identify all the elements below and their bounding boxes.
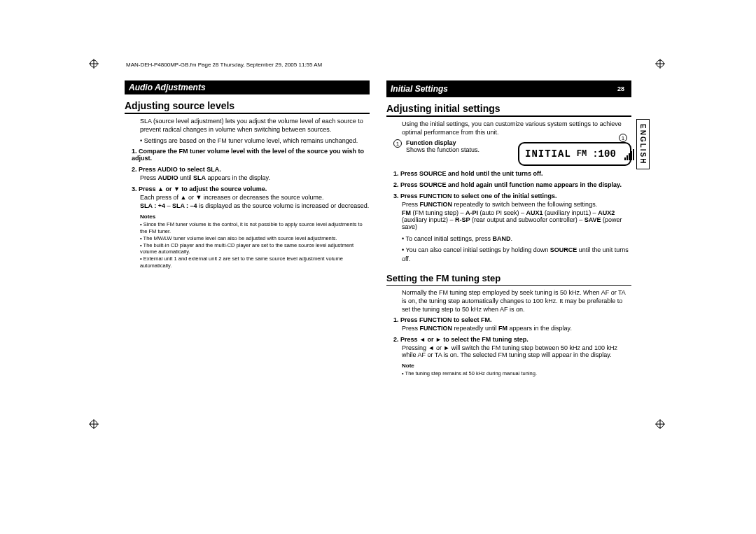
page-spread: MAN-DEH-P4800MP-GB.fm Page 28 Thursday, … xyxy=(0,0,756,534)
step-desc: Pressing ◄ or ► will switch the FM tunin… xyxy=(402,344,631,358)
sub2-intro: Normally the FM tuning step employed by … xyxy=(402,288,631,314)
crop-mark-icon xyxy=(89,419,99,429)
crop-mark-icon xyxy=(655,59,665,69)
step-desc: Press FUNCTION repeatedly until FM appea… xyxy=(402,325,631,332)
left-bullet: Settings are based on the FM tuner volum… xyxy=(140,136,370,145)
crop-mark-icon xyxy=(655,419,665,429)
right-bullet: To cancel initial settings, press BAND. xyxy=(402,234,631,243)
step-desc: SLA : +4 – SLA : –4 is displayed as the … xyxy=(140,202,370,209)
step-desc: Each press of ▲ or ▼ increases or decrea… xyxy=(140,194,370,201)
note-list: The tuning step remains at 50 kHz during… xyxy=(402,370,631,377)
section-bar-left: Audio Adjustments xyxy=(125,80,370,94)
note-item: Since the FM tuner volume is the control… xyxy=(140,221,370,235)
step-head: 2. Press AUDIO to select SLA. xyxy=(132,166,370,173)
function-label: Function display xyxy=(406,139,456,146)
note-item: External unit 1 and external unit 2 are … xyxy=(140,255,370,269)
step-desc: Press FUNCTION repeatedly to switch betw… xyxy=(402,201,631,208)
lcd-text-value: :100 xyxy=(592,148,616,160)
left-intro: SLA (source level adjustment) lets you a… xyxy=(140,117,370,134)
note-title: Note xyxy=(402,363,631,369)
right-bullet: You can also cancel initial settings by … xyxy=(402,246,631,262)
step-head: 3. Press FUNCTION to select one of the i… xyxy=(393,192,631,199)
section-bar-label: Initial Settings xyxy=(391,84,448,94)
note-item: The MW/LW tuner volume level can also be… xyxy=(140,235,370,242)
step-desc: FM (FM tuning step) – A-PI (auto PI seek… xyxy=(402,209,631,230)
lcd-text-mode: FM xyxy=(577,149,587,159)
right-bullets: To cancel initial settings, press BAND. … xyxy=(386,234,631,262)
notes-list: Since the FM tuner volume is the control… xyxy=(140,221,370,269)
step-head: 1. Press FUNCTION to select FM. xyxy=(393,316,631,323)
crop-mark-icon xyxy=(89,59,99,69)
right-title: Adjusting initial settings xyxy=(386,103,631,117)
note-item: The built-in CD player and the multi-CD … xyxy=(140,242,370,256)
lcd-text-main: INITIAL xyxy=(525,148,571,160)
step-head: 2. Press SOURCE and hold again until fun… xyxy=(393,181,631,188)
page-number-badge: 28 xyxy=(615,83,627,95)
left-steps: 1. Compare the FM tuner volume level wit… xyxy=(132,148,370,209)
right-steps: 1. Press SOURCE and hold until the unit … xyxy=(393,170,631,230)
left-title: Adjusting source levels xyxy=(125,100,370,114)
callout-number-icon: 1 xyxy=(619,134,627,142)
section-bar-right: Initial Settings 28 xyxy=(386,80,631,97)
note-item: The tuning step remains at 50 kHz during… xyxy=(402,370,631,377)
section-bar-label: Audio Adjustments xyxy=(129,83,206,92)
step-head: 2. Press ◄ or ► to select the FM tuning … xyxy=(393,336,631,343)
sub2-steps: 1. Press FUNCTION to select FM. Press FU… xyxy=(393,316,631,358)
lcd-bars-icon xyxy=(624,148,634,160)
right-body: Using the initial settings, you can cust… xyxy=(386,120,631,136)
notes-title: Notes xyxy=(140,213,370,220)
left-column: Audio Adjustments Adjusting source level… xyxy=(125,80,370,377)
left-body: SLA (source level adjustment) lets you a… xyxy=(125,117,370,145)
lcd-screen: INITIAL FM :100 xyxy=(518,142,631,166)
content-spread: Audio Adjustments Adjusting source level… xyxy=(125,80,631,377)
page-header-meta: MAN-DEH-P4800MP-GB.fm Page 28 Thursday, … xyxy=(126,62,322,68)
callout-marker: 1 xyxy=(619,134,627,142)
step-head: 3. Press ▲ or ▼ to adjust the source vol… xyxy=(132,185,370,192)
right-column: Initial Settings 28 Adjusting initial se… xyxy=(386,80,631,377)
step-head: 1. Press SOURCE and hold until the unit … xyxy=(393,170,631,177)
sub2-title: Setting the FM tuning step xyxy=(386,273,631,286)
step-desc: Press AUDIO until SLA appears in the dis… xyxy=(140,174,370,181)
lcd-display-figure: 1 INITIAL FM :100 xyxy=(518,142,631,166)
step-head: 1. Compare the FM tuner volume level wit… xyxy=(132,148,370,162)
function-display-callout: 1 Function display Shows the function st… xyxy=(393,139,511,153)
function-desc: Shows the function status. xyxy=(406,146,479,153)
language-tab: ENGLISH xyxy=(636,119,650,169)
sub2-body: Normally the FM tuning step employed by … xyxy=(386,288,631,314)
right-intro: Using the initial settings, you can cust… xyxy=(402,120,631,136)
callout-number-icon: 1 xyxy=(393,139,402,148)
